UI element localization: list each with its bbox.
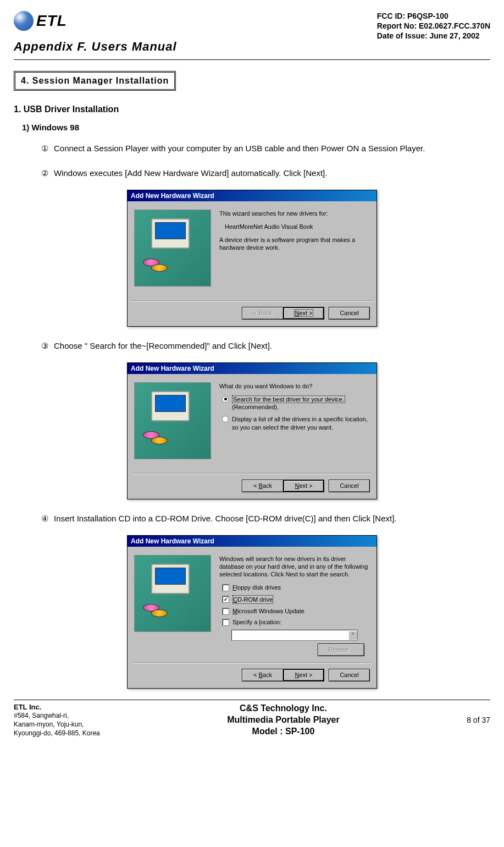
wizard-illustration-icon (134, 210, 211, 287)
next-button[interactable]: Next > (283, 307, 324, 320)
step-1-text: Connect a Session Player with your compu… (54, 140, 474, 157)
back-button: < Back (242, 307, 283, 320)
header-meta: FCC ID: P6QSP-100 Report No: E02.0627.FC… (377, 11, 490, 41)
step-2-text: Windows executes [Add New Hardware Wizar… (54, 165, 474, 182)
wizard-1-wrapper: Add New Hardware Wizard This wizard sear… (14, 190, 490, 327)
page-header: ETL FCC ID: P6QSP-100 Report No: E02.062… (14, 11, 490, 41)
checkbox-cdrom[interactable]: ✓ CD-ROM drive (222, 595, 370, 604)
back-button[interactable]: < Back (242, 480, 283, 492)
step-4-marker: ④ (41, 510, 48, 527)
opt1a: Search for the best driver for your devi… (233, 396, 344, 403)
radio-display-list-label: Display a list of all the drivers in a s… (232, 415, 370, 431)
footer-c1: C&S Technology Inc. (227, 703, 340, 714)
windows-98-heading: 1) Windows 98 (22, 123, 490, 132)
step-2-marker: ② (41, 165, 48, 182)
wizard-2: Add New Hardware Wizard What do you want… (127, 362, 377, 499)
wizard-3-body: Windows will search for new drivers in i… (128, 547, 376, 662)
radio-selected-icon (222, 396, 229, 403)
next-button[interactable]: Next > (283, 480, 324, 492)
checkbox-floppy-label: Floppy disk drives (232, 584, 281, 591)
wizard-1-device: HeartMoreNet Audio Visual Book (225, 223, 370, 230)
browse-button: Browse... (318, 644, 364, 656)
wizard-2-prompt: What do you want Windows to do? (219, 382, 370, 390)
wizard-2-title: Add New Hardware Wizard (128, 363, 376, 374)
wizard-2-body: What do you want Windows to do? Search f… (128, 374, 376, 473)
footer-left: ETL Inc. #584, Sangwhal-ri, Kanam-myon, … (14, 703, 100, 738)
checkbox-unchecked-icon (222, 584, 229, 591)
page-footer: ETL Inc. #584, Sangwhal-ri, Kanam-myon, … (14, 700, 490, 738)
step-1-marker: ① (41, 140, 48, 157)
wizard-3-wrapper: Add New Hardware Wizard Windows will sea… (14, 535, 490, 689)
wizard-1-buttons: < Back Next > Cancel (128, 301, 376, 326)
logo-text: ETL (36, 12, 67, 30)
step-2: ② Windows executes [Add New Hardware Wiz… (41, 165, 474, 182)
wizard-1-title: Add New Hardware Wizard (128, 190, 376, 201)
wizard-2-wrapper: Add New Hardware Wizard What do you want… (14, 362, 490, 499)
checkbox-specify-label: Specify a location: (232, 618, 281, 626)
checkbox-cdrom-label: CD-ROM drive (232, 595, 273, 604)
step-3: ③ Choose " Search for the~[Recommended]"… (41, 338, 474, 354)
appendix-title: Appendix F. Users Manual (14, 40, 490, 54)
wizard-1-body: This wizard searches for new drivers for… (128, 201, 376, 300)
footer-addr1: #584, Sangwhal-ri, (14, 712, 100, 721)
logo: ETL (14, 11, 67, 31)
checkbox-unchecked-icon (222, 608, 229, 615)
opt1b: (Recommended). (232, 404, 279, 410)
header-divider (14, 59, 490, 60)
checkbox-checked-icon: ✓ (222, 596, 229, 603)
logo-swirl-icon (14, 11, 34, 31)
wizard-3-buttons: < Back Next > Cancel (128, 663, 376, 688)
back-button[interactable]: < Back (242, 669, 283, 681)
checkbox-windows-update[interactable]: Microsoft Windows Update (222, 607, 370, 615)
checkbox-unchecked-icon (222, 619, 229, 626)
step-3-marker: ③ (41, 338, 48, 354)
location-input[interactable]: ▼ (231, 630, 358, 641)
next-button[interactable]: Next > (283, 669, 324, 681)
radio-recommended[interactable]: Search for the best driver for your devi… (222, 395, 370, 411)
page-number: 8 of 37 (467, 716, 490, 724)
fcc-id: FCC ID: P6QSP-100 (377, 11, 490, 21)
radio-unselected-icon (222, 416, 229, 422)
report-no: Report No: E02.0627.FCC.370N (377, 21, 490, 31)
wizard-2-buttons: < Back Next > Cancel (128, 474, 376, 499)
usb-driver-heading: 1. USB Driver Installation (14, 105, 490, 114)
step-1: ① Connect a Session Player with your com… (41, 140, 474, 157)
checkbox-floppy[interactable]: Floppy disk drives (222, 584, 370, 591)
wizard-1-p1: This wizard searches for new drivers for… (219, 210, 370, 217)
footer-company: ETL Inc. (14, 703, 100, 712)
footer-center: C&S Technology Inc. Multimedia Portable … (227, 703, 340, 737)
step-4-text: Insert Installation CD into a CD-ROM Dri… (54, 510, 474, 527)
wizard-3: Add New Hardware Wizard Windows will sea… (127, 535, 377, 689)
section-heading: 4. Session Manager Installation (14, 71, 176, 91)
cancel-button[interactable]: Cancel (329, 307, 370, 320)
radio-recommended-label: Search for the best driver for your devi… (232, 395, 370, 411)
wizard-3-intro: Windows will search for new drivers in i… (219, 555, 370, 579)
wizard-illustration-icon (134, 555, 211, 632)
wizard-1: Add New Hardware Wizard This wizard sear… (127, 190, 377, 327)
checkbox-windows-update-label: Microsoft Windows Update (232, 607, 304, 615)
cancel-button[interactable]: Cancel (329, 480, 370, 492)
cancel-button[interactable]: Cancel (329, 669, 370, 681)
checkbox-specify[interactable]: Specify a location: (222, 618, 370, 626)
step-4: ④ Insert Installation CD into a CD-ROM D… (41, 510, 474, 527)
step-3-text: Choose " Search for the~[Recommended]" a… (54, 338, 474, 354)
footer-addr3: Kyounggi-do, 469-885, Korea (14, 729, 100, 738)
footer-c2: Multimedia Portable Player (227, 714, 340, 726)
wizard-3-content: Windows will search for new drivers in i… (219, 555, 370, 657)
wizard-illustration-icon (134, 382, 211, 459)
footer-addr2: Kanam-myon, Yoju-kun, (14, 721, 100, 729)
footer-c3: Model : SP-100 (227, 726, 340, 738)
wizard-1-p3: A device driver is a software program th… (219, 236, 370, 252)
radio-display-list[interactable]: Display a list of all the drivers in a s… (222, 415, 370, 431)
wizard-3-title: Add New Hardware Wizard (128, 536, 376, 547)
wizard-2-content: What do you want Windows to do? Search f… (219, 382, 370, 468)
issue-date: Date of Issue: June 27, 2002 (377, 31, 490, 41)
dropdown-icon: ▼ (348, 631, 357, 640)
wizard-1-content: This wizard searches for new drivers for… (219, 210, 370, 295)
